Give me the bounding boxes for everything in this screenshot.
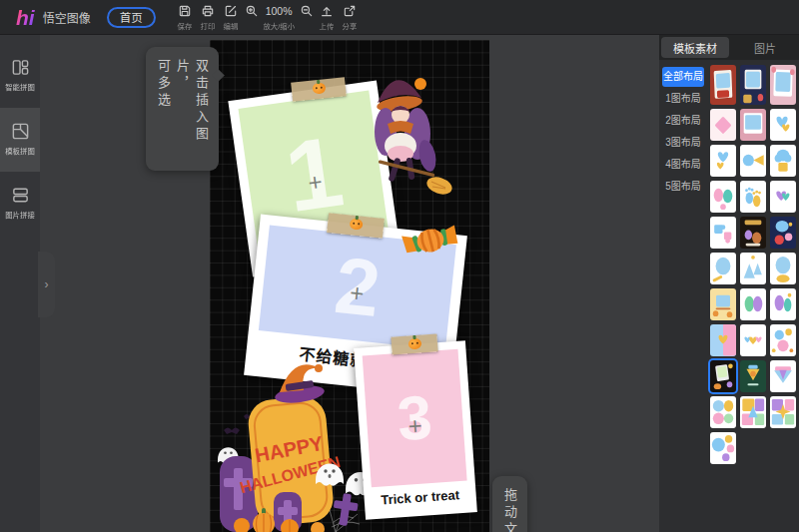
template-tile[interactable] (710, 324, 736, 356)
template-tile[interactable] (770, 217, 796, 249)
tooltip-text: 拖动文 (500, 488, 519, 532)
template-tile[interactable] (770, 324, 796, 356)
tooltip-text: 可多选 (154, 59, 173, 159)
tooltip-drag-hint: 拖动文 (492, 476, 527, 532)
home-button-label: 首页 (120, 9, 143, 25)
sidebar-item-smart-collage[interactable]: 智能拼图 (0, 44, 40, 108)
template-tile[interactable] (740, 145, 766, 177)
plus-icon: + (407, 411, 423, 440)
home-button[interactable]: 首页 (107, 7, 156, 28)
print-icon (201, 4, 215, 18)
edit-label: 编辑 (224, 21, 239, 32)
template-tile[interactable] (710, 217, 736, 249)
template-tile[interactable] (770, 396, 796, 428)
layout-category[interactable]: 1图布局 (662, 89, 704, 109)
zoom-level: 100% (266, 5, 293, 17)
workspace: 1 + (40, 35, 659, 532)
collage-canvas[interactable]: 1 + (210, 40, 489, 532)
template-tile[interactable] (770, 288, 796, 320)
template-tile[interactable] (710, 181, 736, 213)
tab-template-material[interactable]: 模板素材 (661, 37, 729, 58)
template-tile[interactable] (710, 288, 736, 320)
template-tile[interactable] (740, 109, 766, 141)
tape-pumpkin-sticker (391, 333, 437, 354)
app-name: 悟空图像 (43, 9, 91, 26)
save-icon (178, 4, 192, 18)
zoom-label: 放大/缩小 (263, 21, 295, 32)
tool-rail: 智能拼图 模板拼图 图片拼接 (0, 35, 40, 532)
share-button[interactable]: 分享 (339, 4, 362, 34)
template-tile[interactable] (740, 396, 766, 428)
photo-frame-3[interactable]: 3 + Trick or treat (354, 340, 477, 519)
panel-tabs: 模板素材 图片 (659, 35, 799, 60)
template-tile[interactable] (740, 65, 766, 105)
print-button[interactable]: 打印 (197, 4, 220, 34)
smart-collage-icon (11, 58, 30, 77)
halloween-scene-sticker[interactable]: HAPPY HALLOWEEN (218, 364, 378, 532)
layout-category[interactable]: 全部布局 (662, 67, 704, 87)
tab-image[interactable]: 图片 (731, 35, 799, 60)
pumpkin-icon (407, 338, 421, 350)
template-tile[interactable] (710, 145, 736, 177)
layout-category[interactable]: 2图布局 (662, 111, 704, 131)
template-tile[interactable] (770, 145, 796, 177)
witch-moon-sticker[interactable] (350, 70, 453, 214)
print-label: 打印 (201, 21, 216, 32)
template-tile[interactable] (710, 253, 736, 284)
zoom-controls: 100% 放大/缩小 (245, 4, 314, 34)
template-tile[interactable] (710, 109, 736, 141)
template-tile[interactable] (740, 360, 766, 392)
edit-button[interactable]: 编辑 (220, 4, 243, 34)
template-tile[interactable] (770, 65, 796, 105)
zoom-out-icon[interactable] (300, 4, 314, 18)
tooltip-double-click-insert: 双击插入图片， 可多选 (146, 47, 219, 171)
layout-category[interactable]: 4图布局 (662, 155, 704, 175)
template-tile[interactable] (770, 360, 796, 392)
pumpkin-icon (349, 218, 363, 230)
sidebar-item-template-collage[interactable]: 模板拼图 (0, 108, 40, 172)
top-bar: hi 悟空图像 首页 保存 打印 编辑 100% 放大/缩小 上传 (0, 0, 799, 35)
template-tile-selected[interactable] (710, 360, 736, 392)
tooltip-text: 双击插入图片， (173, 59, 211, 159)
template-tile[interactable] (740, 288, 766, 320)
template-collage-icon (11, 122, 30, 141)
template-tile[interactable] (740, 217, 766, 249)
sidebar-item-label: 图片拼接 (5, 210, 35, 221)
template-tile[interactable] (740, 324, 766, 356)
edit-icon (224, 4, 238, 18)
chevron-right-icon: › (45, 277, 49, 291)
upload-button[interactable]: 上传 (316, 4, 339, 34)
template-tile[interactable] (770, 253, 796, 284)
template-tile[interactable] (710, 396, 736, 428)
toolbar: 保存 打印 编辑 100% 放大/缩小 上传 分享 (174, 4, 362, 34)
pumpkin-icon (312, 82, 326, 94)
plus-icon: + (349, 279, 366, 308)
share-label: 分享 (343, 21, 358, 32)
layout-category[interactable]: 3图布局 (662, 133, 704, 153)
template-tile[interactable] (770, 109, 796, 141)
frame-caption[interactable]: Trick or treat (364, 486, 476, 509)
template-grid (707, 60, 799, 532)
zoom-in-icon[interactable] (245, 4, 259, 18)
upload-label: 上传 (320, 21, 335, 32)
sidebar-item-image-stitch[interactable]: 图片拼接 (0, 172, 40, 236)
template-tile[interactable] (710, 432, 736, 464)
sidebar-item-label: 模板拼图 (5, 146, 35, 157)
save-button[interactable]: 保存 (174, 4, 197, 34)
panel-collapse-handle[interactable]: › (38, 252, 55, 317)
layout-category[interactable]: 5图布局 (662, 177, 704, 197)
save-label: 保存 (178, 21, 193, 32)
layout-category-list: 全部布局1图布局2图布局3图布局4图布局5图布局 (659, 60, 707, 532)
image-stitch-icon (11, 186, 30, 205)
share-icon (343, 4, 357, 18)
template-tile[interactable] (710, 65, 736, 105)
template-tile[interactable] (740, 253, 766, 284)
template-tile[interactable] (740, 181, 766, 213)
photo-placeholder-3[interactable]: 3 + (363, 349, 467, 487)
upload-icon (320, 4, 334, 18)
template-panel: 模板素材 图片 全部布局1图布局2图布局3图布局4图布局5图布局 (659, 35, 799, 532)
sidebar-item-label: 智能拼图 (5, 82, 35, 93)
app-logo: hi (16, 7, 35, 28)
template-tile[interactable] (770, 181, 796, 213)
